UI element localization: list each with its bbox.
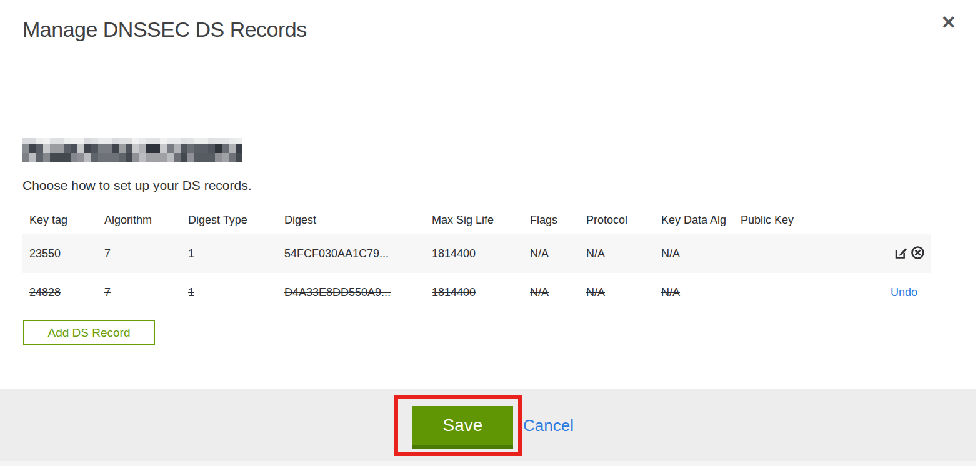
col-digest: Digest	[284, 214, 432, 227]
cell-max-sig-life: 1814400	[432, 286, 530, 299]
cell-key-tag: 23550	[29, 247, 104, 260]
dnssec-modal: Manage DNSSEC DS Records ✕ Choose how to…	[0, 0, 976, 461]
cell-protocol: N/A	[586, 247, 661, 260]
cell-key-data-alg: N/A	[661, 286, 741, 299]
annotation-highlight-box: Save	[394, 395, 522, 456]
col-key-tag: Key tag	[29, 214, 104, 227]
edit-pencil-icon	[894, 245, 908, 262]
modal-footer: Save Cancel	[0, 389, 976, 461]
col-digest-type: Digest Type	[188, 214, 284, 227]
cell-key-data-alg: N/A	[661, 247, 741, 260]
page-title: Manage DNSSEC DS Records	[22, 17, 307, 42]
col-protocol: Protocol	[586, 214, 661, 227]
col-max-sig-life: Max Sig Life	[432, 214, 530, 227]
cell-max-sig-life: 1814400	[432, 247, 530, 260]
undo-link[interactable]: Undo	[891, 286, 925, 299]
col-flags: Flags	[530, 214, 586, 227]
subtitle-text: Choose how to set up your DS records.	[22, 178, 252, 193]
cell-algorithm: 7	[104, 247, 188, 260]
cell-digest: D4A33E8DD550A9...	[284, 286, 432, 299]
cell-digest-type: 1	[188, 247, 284, 260]
cell-digest: 54FCF030AA1C79...	[284, 247, 432, 260]
table-row: 23550 7 1 54FCF030AA1C79... 1814400 N/A …	[22, 234, 931, 273]
cell-digest-type: 1	[188, 286, 284, 299]
x-circle-icon	[911, 245, 925, 262]
close-icon[interactable]: ✕	[936, 10, 961, 35]
cancel-link[interactable]: Cancel	[523, 416, 574, 435]
save-button[interactable]: Save	[412, 406, 513, 449]
table-header-row: Key tag Algorithm Digest Type Digest Max…	[22, 206, 931, 234]
add-ds-record-button[interactable]: Add DS Record	[23, 320, 155, 345]
col-algorithm: Algorithm	[104, 214, 188, 227]
delete-record-button[interactable]	[910, 246, 925, 261]
redacted-domain	[22, 138, 242, 162]
edit-record-button[interactable]	[893, 246, 908, 261]
cell-flags: N/A	[530, 286, 586, 299]
cell-algorithm: 7	[104, 286, 188, 299]
col-public-key: Public Key	[741, 214, 891, 227]
ds-records-table: Key tag Algorithm Digest Type Digest Max…	[22, 206, 931, 312]
cell-protocol: N/A	[586, 286, 661, 299]
cell-key-tag: 24828	[29, 286, 104, 299]
col-key-data-alg: Key Data Alg	[661, 214, 741, 227]
table-row-deleted: 24828 7 1 D4A33E8DD550A9... 1814400 N/A …	[22, 273, 931, 312]
page-background-strip	[0, 461, 976, 466]
cell-flags: N/A	[530, 247, 586, 260]
